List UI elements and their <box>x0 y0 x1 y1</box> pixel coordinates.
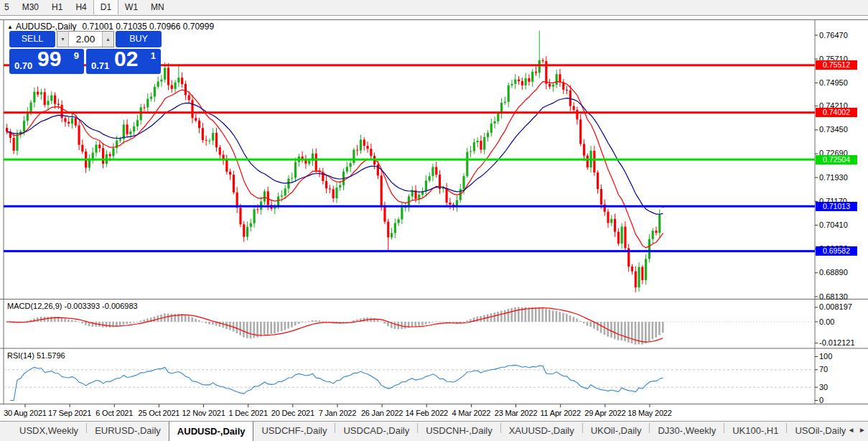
chevron-up-icon: ▲ <box>106 37 111 42</box>
timeframe-button-mn[interactable]: MN <box>144 0 171 14</box>
volume-input[interactable]: 2.00 <box>69 32 102 47</box>
timeframe-button-w1[interactable]: W1 <box>118 0 144 14</box>
price-level-tag: 0.74002 <box>816 108 857 117</box>
trading-platform-window: 5M30H1H4D1W1MN ▲AUDUSD-,Daily0.71001 0.7… <box>0 0 868 441</box>
rsi-axis-label: 0 <box>819 396 823 404</box>
symbol-tab-usdcad[interactable]: USDCAD-,Daily <box>335 422 417 440</box>
price-level-tag: 0.72504 <box>816 155 857 164</box>
price-axis-label: 0.68890 <box>819 268 848 277</box>
timeframe-toolbar: 5M30H1H4D1W1MN <box>0 0 868 16</box>
symbol-tab-xauusd[interactable]: XAUUSD-,Daily <box>501 422 582 440</box>
macd-axis-label: 0.00 <box>819 317 834 326</box>
sell-price-big: 99 <box>37 47 61 71</box>
one-click-trading-panel: SELL ▼ 2.00 ▲ BUY 0.70 99 9 0.71 02 1 <box>9 31 162 74</box>
symbol-tab-uk100[interactable]: UK100-,H1 <box>724 422 786 440</box>
volume-stepper: ▼ 2.00 ▲ <box>57 31 114 47</box>
chart-ohlc-values: 0.71001 0.71035 0.70966 0.70999 <box>83 22 215 32</box>
symbol-tab-usoil[interactable]: USOil-,Daily <box>787 422 846 440</box>
macd-axis-label: -0.012121 <box>819 338 855 347</box>
price-axis-label: 0.68130 <box>819 292 848 301</box>
price-axis-label: 0.71930 <box>819 173 848 182</box>
sell-price-base: 0.70 <box>14 60 32 71</box>
tab-scroll-left-button[interactable]: ◄ <box>847 426 854 434</box>
price-axis-label: 0.74950 <box>819 78 848 87</box>
symbol-tab-usdx[interactable]: USDX,Weekly <box>11 422 86 440</box>
macd-indicator-label: MACD(12,26,9) -0.003393 -0.006983 <box>7 302 138 310</box>
timeframe-button-d1[interactable]: D1 <box>93 0 118 14</box>
chevron-down-icon: ▼ <box>60 37 65 42</box>
macd-axis-label: 0.008197 <box>819 302 852 311</box>
chart-tabs: USDX,WeeklyEURUSD-,DailyAUDUSD-,DailyUSD… <box>0 422 846 441</box>
rsi-axis-label: 70 <box>819 365 828 373</box>
symbol-tab-eurusd[interactable]: EURUSD-,Daily <box>87 422 169 440</box>
rsi-axis-label: 100 <box>819 352 832 361</box>
timeframe-button-m30[interactable]: M30 <box>16 0 45 14</box>
collapse-icon[interactable]: ▲ <box>7 24 13 30</box>
price-axis-label: 0.76470 <box>819 31 848 40</box>
timeframe-button-h4[interactable]: H4 <box>69 0 93 14</box>
volume-decrease-button[interactable]: ▼ <box>57 32 69 47</box>
timeframe-button-5[interactable]: 5 <box>0 0 16 14</box>
rsi-axis-label: 30 <box>819 383 828 391</box>
volume-increase-button[interactable]: ▲ <box>102 32 113 47</box>
chart-tab-bar: USDX,WeeklyEURUSD-,DailyAUDUSD-,DailyUSD… <box>0 421 868 441</box>
tab-scroll-right-button[interactable]: ► <box>859 426 866 434</box>
symbol-tab-audusd[interactable]: AUDUSD-,Daily <box>169 422 254 441</box>
chart-title: ▲AUDUSD-,Daily0.71001 0.71035 0.70966 0.… <box>7 22 214 32</box>
sell-button[interactable]: SELL <box>9 31 55 47</box>
price-axis-label: 0.73450 <box>819 125 848 134</box>
buy-price-big: 02 <box>114 47 138 71</box>
price-level-tag: 0.71013 <box>816 202 857 211</box>
buy-price-display[interactable]: 0.71 02 1 <box>86 49 161 74</box>
symbol-tab-usdcnh[interactable]: USDCNH-,Daily <box>418 422 500 440</box>
buy-price-sup: 1 <box>151 50 156 61</box>
tab-scroll-buttons: ◄ ► <box>845 426 866 434</box>
price-level-tag: 0.75512 <box>816 60 857 70</box>
chart-symbol-label: AUDUSD-,Daily <box>16 22 77 32</box>
date-axis-label: 18 May 2022 <box>621 409 678 417</box>
buy-button[interactable]: BUY <box>116 31 162 47</box>
price-level-tag: 0.69582 <box>816 246 857 256</box>
buy-price-base: 0.71 <box>91 60 109 71</box>
price-axis-label: 0.70410 <box>819 220 848 229</box>
timeframe-button-h1[interactable]: H1 <box>45 0 69 14</box>
sell-price-display[interactable]: 0.70 99 9 <box>9 49 84 74</box>
rsi-indicator-label: RSI(14) 51.5796 <box>7 351 65 360</box>
symbol-tab-dj30[interactable]: DJ30-,Weekly <box>650 422 724 440</box>
symbol-tab-ukoil[interactable]: UKOil-,Daily <box>583 422 650 440</box>
symbol-tab-usdchf[interactable]: USDCHF-,Daily <box>253 422 335 440</box>
sell-price-sup: 9 <box>74 50 79 61</box>
